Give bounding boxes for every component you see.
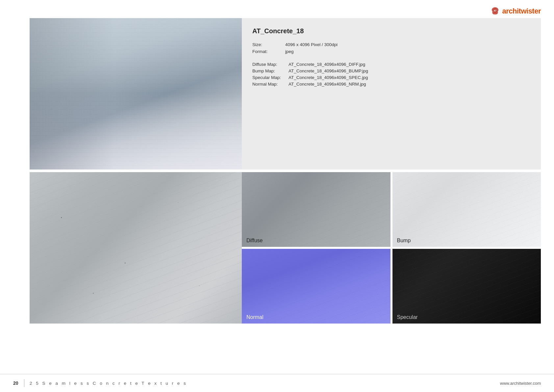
thumbnail-diffuse: Diffuse (242, 172, 390, 247)
thumbnail-normal: Normal (242, 249, 390, 324)
render-image (30, 18, 242, 170)
render-lines (30, 18, 242, 170)
normal-map-value: AT_Concrete_18_4096x4096_NRM.jpg (289, 82, 366, 87)
bump-map-label: Bump Map: (252, 68, 289, 73)
top-row: AT_Concrete_18 Size: 4096 x 4096 Pixel /… (30, 18, 541, 170)
logo-icon: AT (490, 6, 500, 16)
footer-url: www.architwister.com (500, 381, 541, 386)
footer: 20 2 5 S e a m l e s s C o n c r e t e T… (0, 374, 554, 392)
format-value: jpeg (285, 49, 294, 54)
header: AT architwister (490, 6, 541, 16)
specular-thumb-label: Specular (397, 314, 418, 320)
svg-text:AT: AT (493, 10, 497, 12)
diffuse-map-value: AT_Concrete_18_4096x4096_DIFF.jpg (289, 62, 365, 67)
page-number: 20 (13, 380, 18, 386)
bump-map-value: AT_Concrete_18_4096x4096_BUMP.jpg (289, 68, 368, 73)
specular-map-row: Specular Map: AT_Concrete_18_4096x4096_S… (252, 75, 530, 80)
specular-map-label: Specular Map: (252, 75, 289, 80)
size-value: 4096 x 4096 Pixel / 300dpi (285, 42, 338, 47)
bottom-row: Diffuse Bump Normal Specular (30, 172, 541, 324)
info-panel: AT_Concrete_18 Size: 4096 x 4096 Pixel /… (242, 18, 541, 170)
size-row: Size: 4096 x 4096 Pixel / 300dpi (252, 42, 530, 47)
normal-map-row: Normal Map: AT_Concrete_18_4096x4096_NRM… (252, 82, 530, 87)
logo-text: architwister (502, 7, 541, 15)
thumbnail-bump: Bump (392, 172, 541, 247)
thumbnail-grid: Diffuse Bump Normal Specular (242, 172, 541, 324)
texture-title: AT_Concrete_18 (252, 27, 530, 35)
size-label: Size: (252, 42, 285, 47)
diffuse-thumb-label: Diffuse (246, 238, 263, 244)
bump-thumb-label: Bump (397, 238, 411, 244)
diffuse-map-label: Diffuse Map: (252, 62, 289, 67)
footer-divider (24, 379, 24, 387)
format-row: Format: jpeg (252, 49, 530, 54)
diffuse-map-row: Diffuse Map: AT_Concrete_18_4096x4096_DI… (252, 62, 530, 67)
thumbnail-specular: Specular (392, 249, 541, 324)
info-table: Size: 4096 x 4096 Pixel / 300dpi Format:… (252, 42, 530, 54)
specular-map-value: AT_Concrete_18_4096x4096_SPEC.jpg (289, 75, 368, 80)
main-content: AT_Concrete_18 Size: 4096 x 4096 Pixel /… (30, 18, 541, 372)
footer-title: 2 5 S e a m l e s s C o n c r e t e T e … (30, 381, 187, 386)
bump-map-row: Bump Map: AT_Concrete_18_4096x4096_BUMP.… (252, 68, 530, 73)
diffuse-large-image (30, 172, 242, 324)
normal-map-label: Normal Map: (252, 82, 289, 87)
format-label: Format: (252, 49, 285, 54)
logo-brand: architwister (502, 7, 541, 15)
normal-thumb-label: Normal (246, 314, 264, 320)
map-table: Diffuse Map: AT_Concrete_18_4096x4096_DI… (252, 62, 530, 87)
